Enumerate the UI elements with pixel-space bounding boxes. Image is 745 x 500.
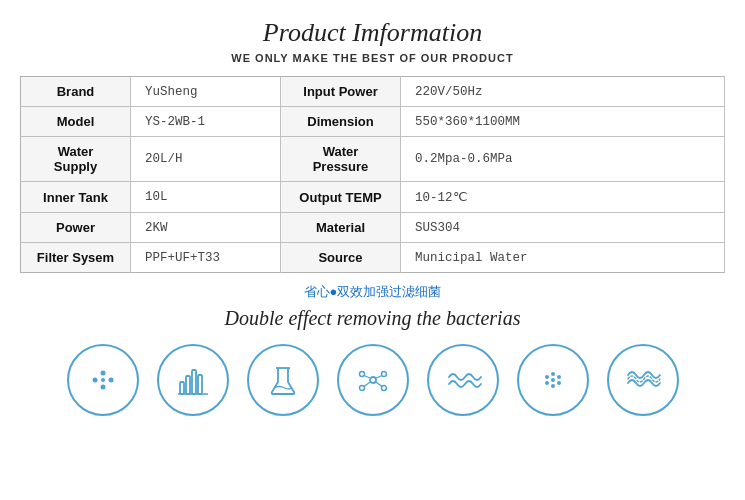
page-subtitle: WE ONLY MAKE THE BEST OF OUR PRODUCT [20, 52, 725, 64]
svg-line-17 [376, 376, 382, 379]
svg-line-18 [364, 382, 370, 387]
svg-rect-6 [186, 376, 190, 394]
row-value1: YS-2WB-1 [131, 107, 281, 137]
svg-rect-5 [180, 382, 184, 394]
row-value1: PPF+UF+T33 [131, 243, 281, 273]
svg-point-4 [101, 378, 105, 382]
table-row: Model YS-2WB-1 Dimension 550*360*1100MM [21, 107, 725, 137]
svg-point-21 [551, 372, 555, 376]
row-label1: Filter Sysem [21, 243, 131, 273]
row-label2: Material [281, 213, 401, 243]
row-label1: Power [21, 213, 131, 243]
row-value2: 0.2Mpa-0.6MPa [401, 137, 725, 182]
svg-point-24 [551, 384, 555, 388]
table-row: Filter Sysem PPF+UF+T33 Source Municipal… [21, 243, 725, 273]
svg-point-1 [100, 371, 105, 376]
row-label2: Output TEMP [281, 182, 401, 213]
row-label2: Input Power [281, 77, 401, 107]
svg-point-20 [545, 375, 549, 379]
particles-icon [67, 344, 139, 416]
row-value2: Municipal Water [401, 243, 725, 273]
row-label2: Source [281, 243, 401, 273]
molecule-icon [337, 344, 409, 416]
double-effect-text: Double effect removing the bacterias [20, 307, 725, 330]
svg-point-2 [108, 378, 113, 383]
row-value2: 220V/50Hz [401, 77, 725, 107]
row-label1: Water Supply [21, 137, 131, 182]
page-title: Product Imformation [20, 18, 725, 48]
row-label2: Water Pressure [281, 137, 401, 182]
row-value1: YuSheng [131, 77, 281, 107]
product-info-table: Brand YuSheng Input Power 220V/50Hz Mode… [20, 76, 725, 273]
svg-point-3 [100, 385, 105, 390]
page-container: Product Imformation WE ONLY MAKE THE BES… [0, 0, 745, 426]
flask-icon [247, 344, 319, 416]
svg-line-16 [364, 376, 370, 379]
feature-icons-row [20, 344, 725, 416]
table-row: Inner Tank 10L Output TEMP 10-12℃ [21, 182, 725, 213]
svg-point-12 [359, 372, 364, 377]
row-label1: Model [21, 107, 131, 137]
svg-point-22 [557, 375, 561, 379]
svg-point-0 [92, 378, 97, 383]
svg-line-19 [376, 382, 382, 387]
row-value2: 550*360*1100MM [401, 107, 725, 137]
row-value1: 2KW [131, 213, 281, 243]
svg-point-13 [381, 372, 386, 377]
row-label2: Dimension [281, 107, 401, 137]
row-value1: 10L [131, 182, 281, 213]
table-row: Brand YuSheng Input Power 220V/50Hz [21, 77, 725, 107]
row-value1: 20L/H [131, 137, 281, 182]
svg-point-26 [551, 378, 555, 382]
spray-icon [517, 344, 589, 416]
chinese-subtitle: 省心●双效加强过滤细菌 [20, 283, 725, 301]
row-label1: Brand [21, 77, 131, 107]
svg-point-25 [557, 381, 561, 385]
filter-bars-icon [157, 344, 229, 416]
row-value2: 10-12℃ [401, 182, 725, 213]
svg-point-14 [359, 386, 364, 391]
row-label1: Inner Tank [21, 182, 131, 213]
svg-rect-7 [192, 370, 196, 394]
wave2-icon [607, 344, 679, 416]
table-row: Water Supply 20L/H Water Pressure 0.2Mpa… [21, 137, 725, 182]
svg-point-15 [381, 386, 386, 391]
wave-icon [427, 344, 499, 416]
svg-point-11 [370, 377, 376, 383]
svg-rect-8 [198, 375, 202, 394]
table-row: Power 2KW Material SUS304 [21, 213, 725, 243]
row-value2: SUS304 [401, 213, 725, 243]
svg-point-23 [545, 381, 549, 385]
